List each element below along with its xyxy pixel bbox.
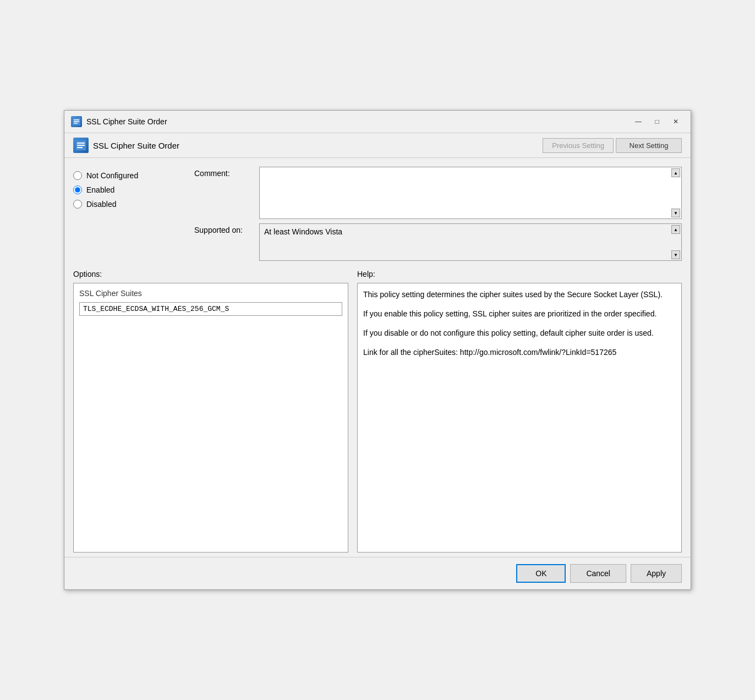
not-configured-option[interactable]: Not Configured [73, 171, 185, 180]
footer: OK Cancel Apply [64, 557, 691, 589]
radio-group: Not Configured Enabled Disabled [73, 171, 185, 209]
options-section-label: Options: [73, 270, 348, 278]
supported-on-label: Supported on: [194, 223, 255, 234]
svg-rect-7 [77, 147, 83, 148]
toolbar-icon [73, 138, 89, 153]
bottom-section: Options: SSL Cipher Suites Help: This po… [64, 270, 691, 557]
svg-rect-3 [74, 123, 78, 124]
help-para-3: If you disable or do not configure this … [363, 327, 676, 339]
comment-label: Comment: [194, 167, 255, 178]
supported-on-box: At least Windows Vista ▲ ▼ [259, 223, 682, 261]
apply-button[interactable]: Apply [631, 564, 682, 583]
help-para-2: If you enable this policy setting, SSL c… [363, 308, 676, 320]
previous-setting-button[interactable]: Previous Setting [543, 138, 614, 153]
window-controls: — □ ✕ [630, 115, 684, 128]
enabled-radio[interactable] [73, 185, 82, 194]
right-panel: Comment: ▲ ▼ Supported on: At least Wind… [194, 167, 682, 261]
enabled-label: Enabled [86, 185, 114, 194]
next-setting-button[interactable]: Next Setting [616, 138, 682, 153]
toolbar: SSL Cipher Suite Order Previous Setting … [64, 133, 691, 158]
svg-rect-2 [74, 121, 79, 122]
main-window: SSL Cipher Suite Order — □ ✕ SSL Cipher … [64, 110, 691, 590]
ok-button[interactable]: OK [516, 564, 566, 583]
close-button[interactable]: ✕ [668, 115, 684, 128]
window-icon [71, 116, 82, 127]
comment-scroll-up[interactable]: ▲ [671, 168, 680, 177]
disabled-radio[interactable] [73, 200, 82, 209]
options-panel: Options: SSL Cipher Suites [73, 270, 348, 553]
not-configured-radio[interactable] [73, 171, 82, 180]
svg-rect-5 [77, 143, 85, 144]
help-para-4: Link for all the cipherSuites: http://go… [363, 347, 676, 358]
not-configured-label: Not Configured [86, 171, 138, 180]
svg-rect-6 [77, 145, 85, 146]
help-para-1: This policy setting determines the ciphe… [363, 289, 676, 300]
toolbar-left: SSL Cipher Suite Order [73, 138, 538, 153]
minimize-button[interactable]: — [630, 115, 647, 128]
left-panel: Not Configured Enabled Disabled [73, 167, 194, 261]
comment-textarea[interactable] [260, 167, 681, 217]
supported-on-value: At least Windows Vista [264, 227, 342, 236]
help-box: This policy setting determines the ciphe… [357, 283, 682, 553]
comment-textarea-wrapper: ▲ ▼ [259, 167, 682, 219]
cipher-suites-input[interactable] [79, 302, 342, 316]
cancel-button[interactable]: Cancel [570, 564, 626, 583]
title-bar: SSL Cipher Suite Order — □ ✕ [64, 111, 691, 133]
cipher-suites-label: SSL Cipher Suites [79, 289, 342, 298]
title-bar-left: SSL Cipher Suite Order [71, 116, 167, 127]
window-title: SSL Cipher Suite Order [86, 117, 167, 126]
help-panel: Help: This policy setting determines the… [357, 270, 682, 553]
supported-on-row: Supported on: At least Windows Vista ▲ ▼ [194, 223, 682, 261]
supported-scroll-down[interactable]: ▼ [671, 250, 680, 259]
enabled-option[interactable]: Enabled [73, 185, 185, 194]
disabled-label: Disabled [86, 200, 116, 209]
supported-scroll-up[interactable]: ▲ [671, 225, 680, 234]
content-area: Not Configured Enabled Disabled Comment: [64, 158, 691, 270]
svg-rect-1 [74, 119, 79, 121]
maximize-button[interactable]: □ [649, 115, 665, 128]
help-text: This policy setting determines the ciphe… [363, 289, 676, 358]
comment-scroll-down[interactable]: ▼ [671, 209, 680, 217]
disabled-option[interactable]: Disabled [73, 200, 185, 209]
comment-row: Comment: ▲ ▼ [194, 167, 682, 219]
comment-scrollbar: ▲ ▼ [671, 168, 680, 217]
help-section-label: Help: [357, 270, 682, 278]
toolbar-title: SSL Cipher Suite Order [93, 141, 179, 150]
options-box: SSL Cipher Suites [73, 283, 348, 553]
toolbar-buttons: Previous Setting Next Setting [543, 138, 682, 153]
